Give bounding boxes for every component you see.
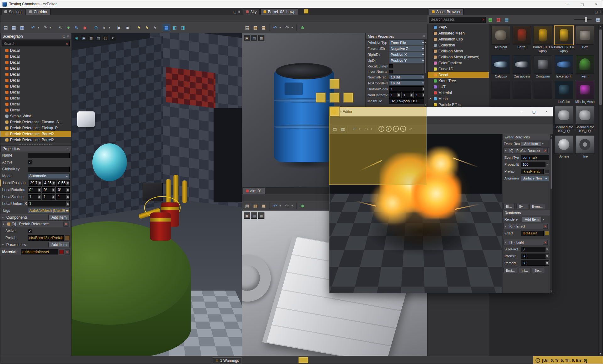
globalkey-field[interactable] xyxy=(28,167,70,172)
menu[interactable] xyxy=(243,18,248,19)
asset-filter-item[interactable]: Collision Mesh (Convex) xyxy=(428,54,489,60)
redo-caret-icon[interactable]: ▾ xyxy=(291,26,295,29)
simulate-fast-icon[interactable]: ϟ xyxy=(143,24,151,31)
add-renderer-button[interactable]: Add Item xyxy=(522,217,542,222)
dock-hint-center[interactable] xyxy=(329,93,340,103)
menu[interactable] xyxy=(37,18,42,19)
prefab-browse-button[interactable] xyxy=(65,235,70,240)
add-caret-icon[interactable]: ▾ xyxy=(542,142,545,145)
dock-hint-bottom[interactable] xyxy=(329,106,340,116)
prefab-reaction-group[interactable]: ▾[0] - Prefab Reaction× xyxy=(503,147,549,154)
asset-filter-item[interactable]: Collection xyxy=(428,42,489,48)
maximize-button[interactable]: ▢ xyxy=(528,107,540,116)
transform-status[interactable]: Ⅱ [Un: 0, Tr: 5, Th: 0, Err: 0] xyxy=(533,356,603,364)
mesh-properties-scrollbar[interactable]: ▴ ▾ xyxy=(424,40,427,107)
search-input[interactable] xyxy=(2,41,64,46)
redo-caret-icon[interactable]: ▾ xyxy=(291,204,295,207)
asset-search-input[interactable] xyxy=(429,17,481,22)
window-titlebar[interactable]: Testing Chambers - ezEditor ─ ▢ × xyxy=(0,0,603,8)
asset-filter-item[interactable]: Animated Mesh xyxy=(428,30,489,36)
asset-item[interactable]: MissingMesh xyxy=(575,81,595,104)
texcoord-precision-dropdown[interactable]: 16 Bit xyxy=(389,80,426,86)
tab-initializer[interactable]: Ini... xyxy=(519,268,530,273)
prefab-asset-field[interactable]: rk.ezPrefab xyxy=(521,169,544,174)
menu[interactable] xyxy=(243,197,248,199)
asset-filter-item[interactable]: <All> xyxy=(428,24,489,30)
scenegraph-item[interactable]: Decal xyxy=(0,83,71,89)
intensity-spin[interactable]: 50 xyxy=(521,254,549,259)
mode-dropdown[interactable]: Automatic xyxy=(28,174,70,179)
prefab-reference-group[interactable]: ▾ [0] - Prefab Reference × xyxy=(1,221,70,227)
menu[interactable] xyxy=(263,197,268,199)
camera-icon[interactable]: ◉ xyxy=(73,35,80,41)
scene-tab[interactable]: Corridor xyxy=(26,8,50,15)
asset-item[interactable]: IceCube xyxy=(554,81,574,104)
redo-icon[interactable]: ↷ xyxy=(283,202,291,210)
invert-normals-checkbox[interactable] xyxy=(389,70,393,73)
open-icon[interactable]: ▦ xyxy=(10,24,18,31)
rotation-y[interactable]: 0° xyxy=(42,187,56,193)
asset-item[interactable]: ExcelsiorII xyxy=(554,55,574,78)
scene-viewport[interactable]: ◉ ▣ ▦ ▤ ▢ ▾ xyxy=(72,33,242,356)
asset-filter-item[interactable]: Collision Mesh xyxy=(428,48,489,54)
parameters-caret-icon[interactable]: ▾ xyxy=(2,243,5,246)
menu[interactable] xyxy=(248,18,253,19)
asset-item[interactable] xyxy=(512,81,532,104)
menu[interactable] xyxy=(12,18,17,19)
nonuniform-y[interactable]: 1 xyxy=(402,92,413,98)
copy-icon[interactable]: ▥ xyxy=(252,202,259,210)
scenegraph-item[interactable]: Decal xyxy=(0,95,71,101)
asset-item[interactable] xyxy=(491,81,511,104)
scenegraph-item[interactable]: Decal xyxy=(0,47,71,53)
scenegraph-item[interactable]: Decal xyxy=(0,107,71,113)
asset-filter-item[interactable]: ColorGradient xyxy=(428,60,489,66)
menu[interactable] xyxy=(17,18,22,19)
view1-icon[interactable]: ▣ xyxy=(244,212,250,219)
view3-icon[interactable]: ▦ xyxy=(258,212,264,219)
remove-renderer-icon[interactable]: × xyxy=(543,240,548,245)
alignment-dropdown[interactable]: Surface Non xyxy=(521,176,549,181)
asset-filter-item[interactable]: Material xyxy=(428,90,489,96)
close-button[interactable]: × xyxy=(589,0,603,8)
minimize-button[interactable]: ─ xyxy=(515,107,528,116)
asset-grid-scrollbar[interactable]: ▴ ▾ xyxy=(598,24,603,356)
recalculate-normals-checkbox[interactable] xyxy=(389,64,393,68)
snap-position-icon[interactable]: ◧ xyxy=(171,24,178,31)
undo-caret-icon[interactable]: ▾ xyxy=(38,26,41,29)
uniform-scaling-field[interactable]: 1 xyxy=(28,201,70,206)
asset-item[interactable] xyxy=(533,81,553,104)
open-icon[interactable]: ▦ xyxy=(260,202,267,210)
undo-icon[interactable]: ↶ xyxy=(271,202,279,210)
menu[interactable] xyxy=(253,197,258,199)
simulate-off-icon[interactable]: ϟ xyxy=(151,24,159,31)
position-z[interactable]: 0.55 xyxy=(57,180,70,186)
menu[interactable] xyxy=(268,197,273,199)
menu[interactable] xyxy=(7,18,12,19)
rotation-z[interactable]: 0° xyxy=(56,187,70,193)
scenegraph-header[interactable]: Scenegraph ▢× xyxy=(0,33,71,40)
gizmo-sphere-icon[interactable]: ● xyxy=(100,24,108,31)
redo-caret-icon[interactable]: ▾ xyxy=(50,26,53,29)
undo-caret-icon[interactable]: ▾ xyxy=(280,26,283,29)
asset-filter-item[interactable]: Animation Clip xyxy=(428,36,489,42)
dock-hint-right[interactable] xyxy=(343,93,353,103)
stop-icon[interactable]: ■ xyxy=(124,24,131,31)
import-asset-icon[interactable]: ▥ xyxy=(495,16,502,23)
menu[interactable] xyxy=(263,18,268,19)
tab-event-reactions[interactable]: Even... xyxy=(530,204,545,209)
tab-behavior[interactable]: Be... xyxy=(532,268,544,273)
scenegraph-item[interactable]: Prefab Reference: Barrel2 xyxy=(0,131,71,137)
probability-spin[interactable]: 100 xyxy=(521,162,549,167)
asset-item[interactable]: Barrel xyxy=(512,26,532,53)
asset-item[interactable]: ScannedRock03_LQ xyxy=(575,106,595,133)
warnings-button[interactable]: ⚠ 1 Warnings xyxy=(213,357,242,363)
scene-tab[interactable]: Settings xyxy=(1,8,25,15)
asset-item[interactable]: Tire xyxy=(575,135,595,158)
asset-filter-item[interactable]: LUT xyxy=(428,84,489,90)
asset-item[interactable]: Barrel_01_Lowpoly xyxy=(533,26,553,53)
redo-icon[interactable]: ↷ xyxy=(283,24,291,31)
undo-icon[interactable]: ↶ xyxy=(30,24,37,31)
scale-tool-icon[interactable]: ◆ xyxy=(81,24,89,31)
rotate-tool-icon[interactable]: ↻ xyxy=(73,24,80,31)
world-space-icon[interactable]: ⊕ xyxy=(92,24,100,31)
